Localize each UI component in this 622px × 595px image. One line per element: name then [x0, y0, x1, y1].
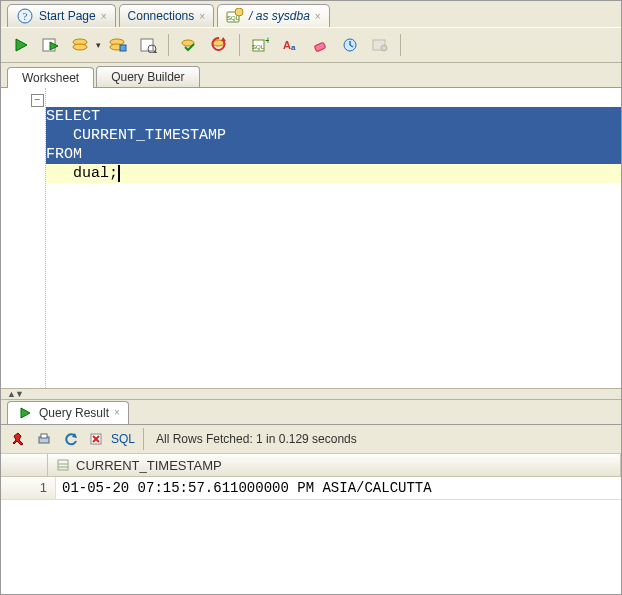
dbms-output-button[interactable] — [366, 31, 394, 59]
svg-rect-37 — [58, 460, 68, 470]
rollback-button[interactable] — [205, 31, 233, 59]
grid-header: CURRENT_TIMESTAMP — [1, 454, 621, 477]
editor-gutter: − — [1, 88, 46, 388]
code-line: dual; — [46, 164, 621, 183]
close-icon[interactable]: × — [315, 11, 321, 22]
tab-session[interactable]: SQL / as sysdba × — [217, 4, 330, 27]
svg-point-4 — [235, 8, 243, 16]
svg-rect-24 — [314, 42, 326, 52]
tab-label: Start Page — [39, 9, 96, 23]
worksheet-tabs: Worksheet Query Builder — [1, 63, 621, 88]
row-number-header — [1, 454, 48, 476]
svg-text:SQL: SQL — [252, 44, 265, 50]
svg-text:A: A — [283, 39, 291, 51]
separator — [143, 428, 144, 450]
tab-query-result[interactable]: Query Result × — [7, 401, 129, 424]
run-icon — [16, 404, 34, 422]
svg-point-9 — [73, 44, 87, 50]
svg-marker-5 — [16, 39, 27, 51]
column-header[interactable]: CURRENT_TIMESTAMP — [48, 454, 621, 476]
row-number: 1 — [1, 477, 56, 499]
splitter-handle[interactable]: ▲▼ — [1, 388, 621, 400]
code-line: CURRENT_TIMESTAMP — [46, 126, 621, 145]
sql-code[interactable]: SELECT CURRENT_TIMESTAMPFROM dual; — [46, 88, 621, 388]
separator — [400, 34, 401, 56]
tab-label: Connections — [128, 9, 195, 23]
cell-value: 01-05-20 07:15:57.611000000 PM ASIA/CALC… — [56, 477, 621, 499]
autotrace-button[interactable] — [104, 31, 132, 59]
result-tabs: Query Result × — [1, 400, 621, 425]
svg-point-29 — [381, 45, 387, 51]
close-icon[interactable]: × — [101, 11, 107, 22]
sql-link[interactable]: SQL — [111, 432, 135, 446]
unshared-worksheet-button[interactable]: SQL+ — [246, 31, 274, 59]
tab-label: / as sysdba — [249, 9, 310, 23]
dropdown-icon[interactable]: ▾ — [94, 40, 102, 50]
commit-button[interactable] — [175, 31, 203, 59]
svg-rect-12 — [120, 45, 126, 51]
tab-start-page[interactable]: ? Start Page × — [7, 4, 116, 27]
svg-text:+: + — [265, 37, 269, 46]
svg-line-15 — [154, 51, 157, 53]
close-icon[interactable]: × — [114, 407, 120, 418]
run-button[interactable] — [7, 31, 35, 59]
separator — [239, 34, 240, 56]
fold-toggle-icon[interactable]: − — [31, 94, 44, 107]
code-line: FROM — [46, 145, 621, 164]
pin-button[interactable] — [7, 428, 29, 450]
tab-label: Query Result — [39, 406, 109, 420]
separator — [168, 34, 169, 56]
sql-tuning-button[interactable] — [134, 31, 162, 59]
clear-button[interactable] — [306, 31, 334, 59]
fetch-status: All Rows Fetched: 1 in 0.129 seconds — [156, 432, 357, 446]
help-icon: ? — [16, 7, 34, 25]
sql-history-button[interactable] — [336, 31, 364, 59]
explain-plan-button[interactable] — [67, 31, 95, 59]
tab-query-builder[interactable]: Query Builder — [96, 66, 199, 87]
close-icon[interactable]: × — [199, 11, 205, 22]
sql-editor[interactable]: − SELECT CURRENT_TIMESTAMPFROM dual; — [1, 88, 621, 388]
sql-worksheet-icon: SQL — [226, 7, 244, 25]
code-line: SELECT — [46, 107, 621, 126]
table-row[interactable]: 1 01-05-20 07:15:57.611000000 PM ASIA/CA… — [1, 477, 621, 500]
to-uppercase-button[interactable]: Aa — [276, 31, 304, 59]
svg-marker-30 — [21, 408, 30, 418]
svg-text:?: ? — [23, 10, 28, 22]
run-script-button[interactable] — [37, 31, 65, 59]
refresh-button[interactable] — [59, 428, 81, 450]
column-icon — [54, 456, 72, 474]
svg-text:a: a — [291, 43, 296, 52]
tab-connections[interactable]: Connections × — [119, 4, 215, 27]
svg-marker-18 — [221, 37, 226, 41]
tab-worksheet[interactable]: Worksheet — [7, 67, 94, 88]
result-grid[interactable]: CURRENT_TIMESTAMP 1 01-05-20 07:15:57.61… — [1, 454, 621, 594]
column-label: CURRENT_TIMESTAMP — [76, 458, 222, 473]
delete-button[interactable] — [85, 428, 107, 450]
print-button[interactable] — [33, 428, 55, 450]
svg-rect-32 — [41, 434, 47, 438]
result-toolbar: SQL All Rows Fetched: 1 in 0.129 seconds — [1, 425, 621, 454]
worksheet-toolbar: ▾ SQL+ Aa — [1, 27, 621, 63]
document-tabs: ? Start Page × Connections × SQL / as sy… — [1, 1, 621, 27]
